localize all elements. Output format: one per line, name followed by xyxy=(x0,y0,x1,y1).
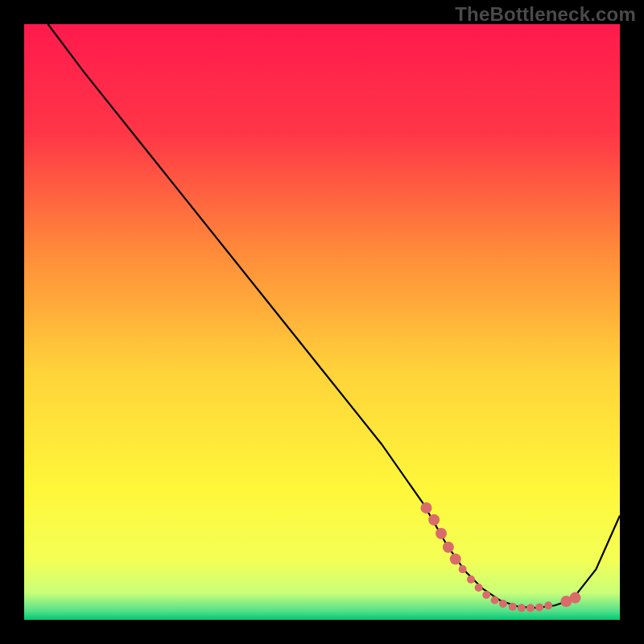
marker-dot xyxy=(518,604,526,612)
marker-dot xyxy=(467,576,475,584)
marker-dot xyxy=(459,565,467,573)
marker-dot xyxy=(544,601,552,609)
marker-dot xyxy=(570,592,581,604)
marker-dot xyxy=(443,542,454,553)
marker-dot xyxy=(491,597,499,605)
marker-dot xyxy=(509,603,517,611)
gradient-background xyxy=(24,24,620,620)
marker-dot xyxy=(428,514,440,526)
marker-dot xyxy=(436,528,447,539)
marker-dot xyxy=(421,502,432,514)
marker-dot xyxy=(482,591,490,599)
chart-stage: TheBottleneck.com xyxy=(0,0,644,644)
watermark-text: TheBottleneck.com xyxy=(455,3,636,26)
marker-dot xyxy=(535,603,543,611)
marker-dot xyxy=(450,554,461,565)
marker-dot xyxy=(526,604,535,612)
marker-dot xyxy=(499,600,507,608)
chart-svg xyxy=(0,0,644,644)
marker-dot xyxy=(475,584,483,592)
